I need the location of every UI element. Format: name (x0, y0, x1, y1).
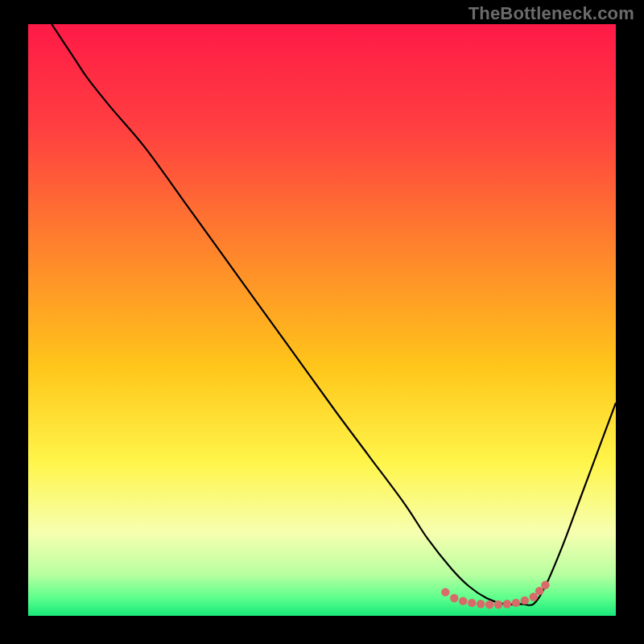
optimal-region-dot (512, 599, 520, 607)
optimal-region-dot (521, 597, 529, 605)
chart-plot-area (28, 24, 616, 616)
chart-container: TheBottleneck.com (0, 0, 644, 644)
watermark: TheBottleneck.com (469, 3, 634, 24)
optimal-region-dot (485, 601, 493, 609)
optimal-region-dot (535, 587, 543, 595)
optimal-region-dot (503, 600, 511, 608)
optimal-region-dot (441, 588, 449, 596)
optimal-region-dot (477, 600, 485, 608)
optimal-region-dot (450, 594, 458, 602)
optimal-region-dot (494, 601, 502, 609)
optimal-region-dot (530, 592, 538, 601)
optimal-region-dot (459, 597, 467, 605)
optimal-region-dot (468, 599, 476, 607)
chart-svg (28, 24, 616, 616)
optimal-region-dot (541, 581, 549, 589)
